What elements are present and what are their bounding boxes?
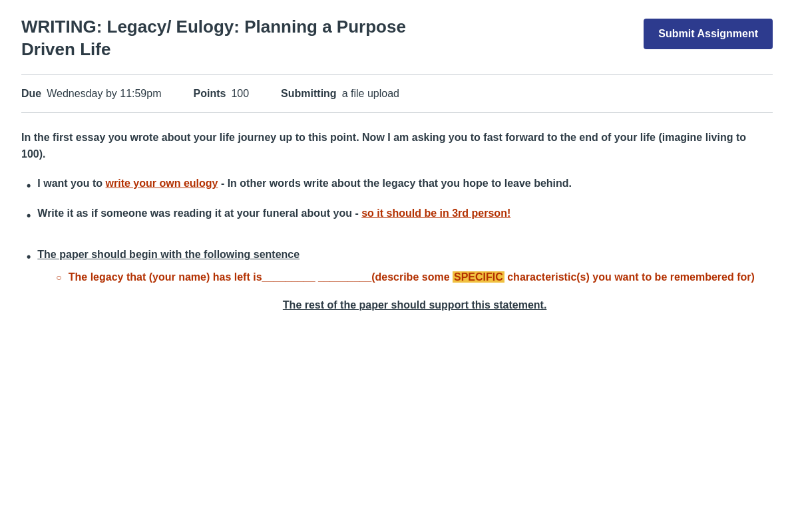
- meta-section: Due Wednesday by 11:59pm Points 100 Subm…: [21, 75, 773, 113]
- sub-bullet-item-1: ○ The legacy that (your name) has left i…: [56, 269, 755, 286]
- sub-bullet-list: ○ The legacy that (your name) has left i…: [37, 269, 755, 286]
- title-line2: Driven Life: [21, 39, 110, 59]
- bullet1-prefix: I want you to: [37, 178, 105, 189]
- intro-paragraph: In the first essay you wrote about your …: [21, 129, 773, 163]
- bullet2-prefix: Write it as if someone was reading it at…: [37, 207, 361, 219]
- submitting-label: Submitting: [281, 86, 337, 102]
- closing-statement: The rest of the paper should support thi…: [37, 297, 755, 314]
- sub-bullet-content: The legacy that (your name) has left is_…: [69, 269, 755, 286]
- paper-begin-list: • The paper should begin with the follow…: [21, 246, 773, 313]
- bullet-dot-3: •: [27, 247, 31, 267]
- bullet-1-content: I want you to write your own eulogy - In…: [37, 175, 572, 192]
- eulogy-link[interactable]: write your own eulogy: [106, 178, 218, 189]
- paper-begin-item: • The paper should begin with the follow…: [27, 246, 773, 313]
- main-bullet-list: • I want you to write your own eulogy - …: [21, 175, 773, 225]
- bullet-dot-1: •: [27, 176, 31, 196]
- points-item: Points 100: [194, 86, 250, 102]
- submitting-value: a file upload: [342, 86, 399, 102]
- bullet-2-content: Write it as if someone was reading it at…: [37, 205, 510, 222]
- specific-highlight: SPECIFIC: [453, 271, 504, 283]
- bullet-dot-2: •: [27, 206, 31, 225]
- title-line1: WRITING: Legacy/ Eulogy: Planning a Purp…: [21, 17, 406, 37]
- due-label: Due: [21, 86, 41, 102]
- points-label: Points: [194, 86, 226, 102]
- due-value: Wednesday by 11:59pm: [47, 86, 161, 102]
- sub-bullet-text-end: characteristic(s) you want to be remembe…: [504, 271, 755, 283]
- points-value: 100: [231, 86, 249, 102]
- submit-assignment-button[interactable]: Submit Assignment: [644, 19, 773, 49]
- sub-bullet-text-start: The legacy that (your name) has left is_…: [69, 271, 453, 283]
- paper-begin-label: The paper should begin with the followin…: [37, 249, 299, 260]
- sub-bullet-dot: ○: [56, 270, 61, 285]
- bullet-item-1: • I want you to write your own eulogy - …: [27, 175, 773, 196]
- bullet1-suffix: - In other words write about the legacy …: [218, 178, 572, 189]
- content-section: In the first essay you wrote about your …: [21, 113, 773, 314]
- third-person-link: so it should be in 3rd person!: [361, 207, 510, 219]
- paper-begin-content: The paper should begin with the followin…: [37, 246, 755, 313]
- due-date-item: Due Wednesday by 11:59pm: [21, 86, 162, 102]
- bullet-item-2: • Write it as if someone was reading it …: [27, 205, 773, 225]
- header-section: WRITING: Legacy/ Eulogy: Planning a Purp…: [21, 16, 773, 75]
- assignment-title: WRITING: Legacy/ Eulogy: Planning a Purp…: [21, 16, 406, 61]
- submitting-item: Submitting a file upload: [281, 86, 399, 102]
- page-container: WRITING: Legacy/ Eulogy: Planning a Purp…: [0, 0, 794, 532]
